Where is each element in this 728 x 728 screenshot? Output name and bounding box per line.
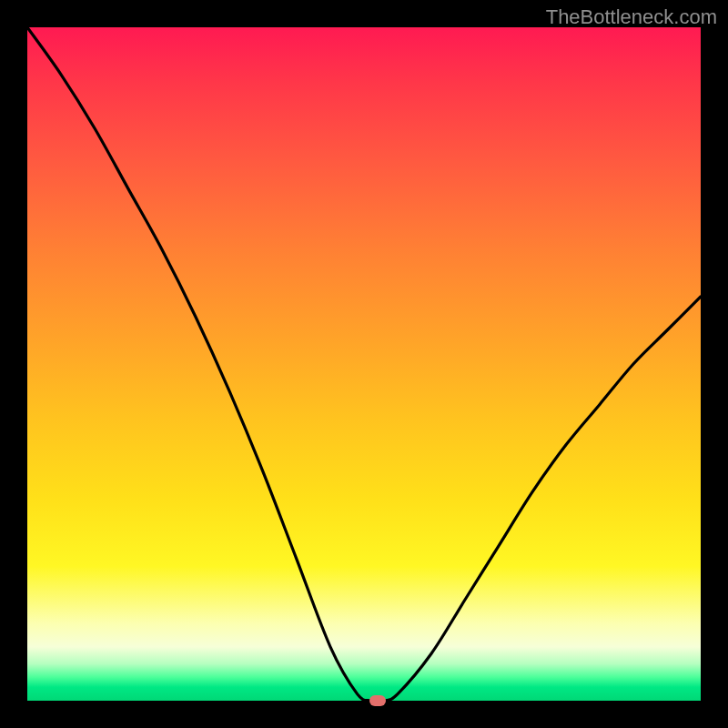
bottleneck-curve <box>27 27 701 701</box>
watermark-text: TheBottleneck.com <box>546 5 717 29</box>
chart-frame: TheBottleneck.com <box>0 0 728 728</box>
optimal-point-marker <box>369 695 386 706</box>
plot-area <box>27 27 701 701</box>
